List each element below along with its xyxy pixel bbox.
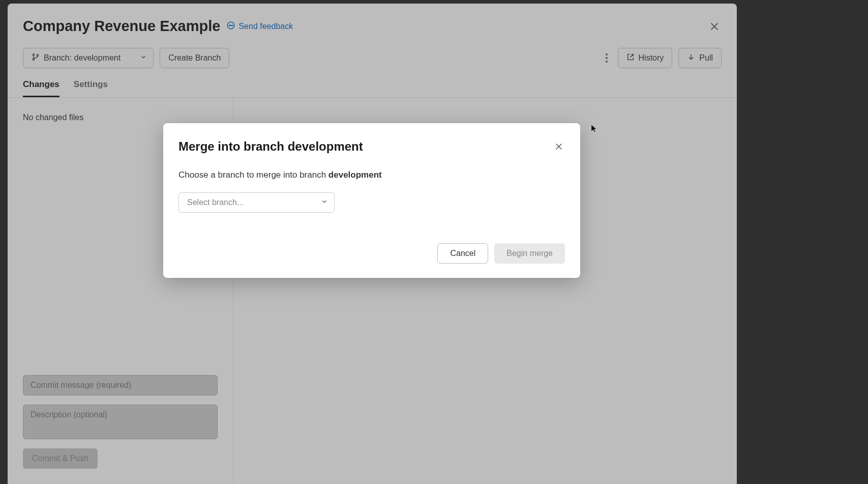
modal-footer: Cancel Begin merge: [178, 243, 565, 264]
cancel-button[interactable]: Cancel: [437, 243, 488, 264]
branch-select[interactable]: Select branch...: [178, 192, 335, 213]
chevron-down-icon: [321, 198, 328, 207]
instruction-branch: development: [328, 170, 382, 180]
begin-merge-button[interactable]: Begin merge: [494, 243, 565, 264]
modal-title: Merge into branch development: [178, 139, 363, 154]
merge-modal: Merge into branch development Choose a b…: [163, 123, 580, 278]
modal-close-button[interactable]: [553, 140, 565, 153]
instruction-prefix: Choose a branch to merge into branch: [178, 170, 328, 180]
modal-instruction: Choose a branch to merge into branch dev…: [178, 170, 565, 180]
select-placeholder: Select branch...: [187, 198, 244, 207]
modal-header: Merge into branch development: [178, 139, 565, 154]
